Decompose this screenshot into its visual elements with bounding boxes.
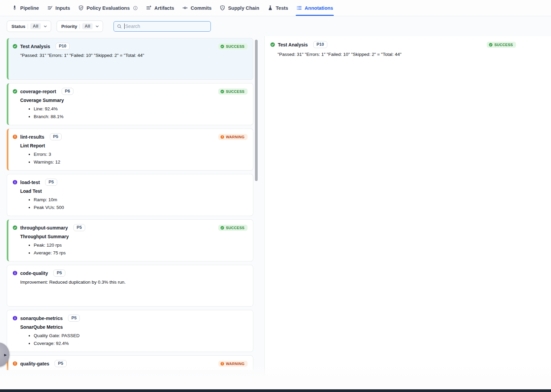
- annotation-body-text: "Passed: 31" "Errors: 1" "Failed: 10" "S…: [20, 53, 248, 58]
- priority-filter-dropdown[interactable]: Priority All: [57, 21, 103, 32]
- annotation-body: "Passed: 31" "Errors: 1" "Failed: 10" "S…: [20, 53, 248, 58]
- annotation-detail-pane: Test Analysis P10 SUCCESS "Passed: 31" "…: [264, 36, 551, 389]
- pipeline-icon: [12, 5, 18, 11]
- search-box[interactable]: [114, 21, 211, 32]
- tab-inputs[interactable]: Inputs: [47, 0, 70, 16]
- status-badge: WARNING: [218, 134, 248, 140]
- inputs-icon: [47, 5, 53, 11]
- divider: [28, 24, 28, 29]
- check-circle-icon: [12, 44, 18, 49]
- annotation-title: code-quality: [20, 271, 48, 276]
- annotation-body: Coverage SummaryLine: 92.4%Branch: 88.1%: [20, 98, 248, 120]
- annotation-body: SonarQube MetricsQuality Gate: PASSEDCov…: [20, 325, 248, 347]
- annotation-card[interactable]: load-test P5 Load TestRamp: 10mPeak VUs:…: [7, 174, 253, 216]
- annotation-bullet: Average: 75 rps: [34, 249, 248, 257]
- annotation-bullet: Quality Gate: PASSED: [34, 332, 248, 340]
- annotation-bullet: Peak: 120 rps: [34, 241, 248, 249]
- annotations-icon: [296, 5, 302, 11]
- flask-icon: [267, 5, 273, 11]
- annotation-title: quality-gates: [20, 361, 49, 366]
- detail-title: Test Analysis: [278, 42, 308, 47]
- annotation-title: coverage-report: [20, 89, 56, 94]
- tab-policy-evaluations[interactable]: Policy Evaluations: [78, 0, 138, 16]
- annotation-bullet: Ramp: 10m: [34, 196, 248, 204]
- info-circle-icon: [12, 271, 18, 276]
- expand-arrow-icon: ▶: [4, 353, 7, 357]
- filter-bar: Status All Priority All: [0, 16, 551, 36]
- priority-badge: P5: [55, 360, 66, 367]
- info-circle-icon: [12, 316, 18, 321]
- detail-status-label: SUCCESS: [494, 43, 513, 47]
- check-circle-icon: [12, 225, 18, 230]
- detail-status-badge: SUCCESS: [487, 42, 516, 48]
- annotation-title: load-test: [20, 180, 40, 185]
- tab-commits[interactable]: Commits: [182, 0, 212, 16]
- annotation-bullet-list: Quality Gate: PASSEDCoverage: 92.4%: [20, 332, 248, 347]
- annotation-bullet: Errors: 3: [34, 150, 248, 158]
- tab-tests[interactable]: Tests: [267, 0, 288, 16]
- warning-circle-icon: [12, 134, 18, 139]
- check-circle-icon: [220, 226, 224, 230]
- tab-supply-chain[interactable]: Supply Chain: [220, 0, 259, 16]
- annotation-card[interactable]: lint-results P5 WARNING Lint ReportError…: [7, 129, 253, 171]
- chevron-down-icon: [43, 24, 47, 29]
- tab-bar: Pipeline Inputs Policy Evaluations Artif…: [0, 0, 551, 16]
- priority-badge: P5: [45, 179, 57, 186]
- check-circle-icon: [220, 90, 224, 94]
- annotation-body: Lint ReportErrors: 3Warnings: 12: [20, 143, 248, 166]
- annotations-list: Test Analysis P10 SUCCESS "Passed: 31" "…: [0, 38, 264, 370]
- annotation-card[interactable]: Test Analysis P10 SUCCESS "Passed: 31" "…: [7, 38, 253, 80]
- annotation-card[interactable]: coverage-report P6 SUCCESS Coverage Summ…: [7, 83, 253, 125]
- annotation-card[interactable]: throughput-summary P5 SUCCESS Throughput…: [7, 219, 253, 261]
- supply-chain-icon: [220, 5, 225, 11]
- annotation-body-heading: Load Test: [20, 189, 248, 194]
- annotation-card[interactable]: sonarqube-metrics P5 SonarQube MetricsQu…: [7, 310, 253, 352]
- artifacts-icon: [146, 5, 152, 11]
- status-badge: SUCCESS: [218, 43, 248, 49]
- annotation-bullet-list: Errors: 3Warnings: 12: [20, 150, 248, 166]
- detail-body-text: "Passed: 31" "Errors: 1" "Failed: 10" "S…: [278, 52, 551, 57]
- info-icon: [133, 6, 138, 10]
- check-circle-icon: [489, 43, 493, 47]
- scrollbar-thumb[interactable]: [255, 40, 258, 181]
- detail-header: Test Analysis P10 SUCCESS: [265, 36, 551, 48]
- annotation-bullet: Coverage: 92.4%: [34, 340, 248, 347]
- tab-annotations[interactable]: Annotations: [296, 0, 333, 16]
- annotation-card-header: throughput-summary P5 SUCCESS: [12, 224, 248, 231]
- info-circle-icon: [12, 180, 18, 185]
- annotation-card[interactable]: quality-gates P5 WARNING Quality Gates: [7, 355, 253, 370]
- annotation-title: sonarqube-metrics: [20, 316, 63, 321]
- tab-artifacts[interactable]: Artifacts: [146, 0, 174, 16]
- divider: [79, 24, 80, 29]
- annotation-bullet: Warnings: 12: [34, 158, 248, 166]
- annotation-body: Load TestRamp: 10mPeak VUs: 500: [20, 189, 248, 211]
- status-badge: SUCCESS: [218, 88, 248, 95]
- search-input[interactable]: [125, 24, 210, 29]
- annotation-card-header: quality-gates P5 WARNING: [12, 360, 248, 367]
- priority-filter-value: All: [82, 23, 93, 29]
- status-badge: SUCCESS: [218, 225, 248, 231]
- tab-pipeline[interactable]: Pipeline: [12, 0, 39, 16]
- annotation-card-header: code-quality P5: [12, 270, 248, 277]
- annotation-body-text: Improvement: Reduced duplication by 0.3%…: [20, 280, 248, 285]
- warning-circle-icon: [220, 135, 224, 139]
- priority-badge: P5: [68, 315, 80, 322]
- annotation-card-header: Test Analysis P10 SUCCESS: [12, 43, 248, 50]
- list-scrollbar[interactable]: [255, 40, 258, 184]
- check-circle-icon: [12, 89, 18, 94]
- annotation-bullet: Peak VUs: 500: [34, 204, 248, 211]
- priority-filter-label: Priority: [61, 24, 77, 29]
- status-badge: WARNING: [218, 361, 248, 367]
- annotation-card-header: coverage-report P6 SUCCESS: [12, 88, 248, 95]
- check-circle-icon: [270, 42, 275, 47]
- status-filter-dropdown[interactable]: Status All: [7, 21, 51, 32]
- annotation-title: Test Analysis: [20, 44, 50, 49]
- annotation-card[interactable]: code-quality P5 Improvement: Reduced dup…: [7, 265, 253, 307]
- status-filter-label: Status: [11, 24, 25, 29]
- priority-badge: P10: [56, 43, 70, 50]
- annotation-body: Improvement: Reduced duplication by 0.3%…: [20, 280, 248, 285]
- priority-badge: P5: [53, 270, 65, 277]
- annotation-body-heading: SonarQube Metrics: [20, 325, 248, 330]
- annotation-bullet: Line: 92.4%: [34, 105, 248, 113]
- detail-priority-badge: P10: [313, 41, 327, 48]
